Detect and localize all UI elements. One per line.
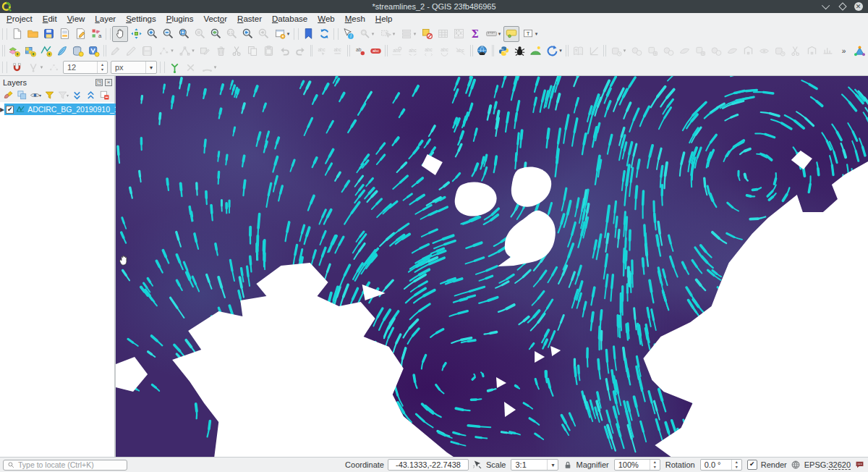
filter-legend-button[interactable] <box>43 88 56 101</box>
chevrons-icon: » <box>838 45 850 57</box>
maximize-button[interactable] <box>838 2 847 12</box>
menu-mesh[interactable]: Mesh <box>340 13 370 25</box>
gd4-icon <box>726 45 739 57</box>
text-annotation-button[interactable]: T▾ <box>519 26 540 42</box>
menu-web[interactable]: Web <box>312 13 339 25</box>
dropdown-caret-icon: ▾ <box>39 93 41 98</box>
add-delimited-text-layer-button[interactable] <box>54 43 70 59</box>
menu-database[interactable]: Database <box>267 13 312 25</box>
pan-map-button[interactable] <box>112 26 128 42</box>
zoom-next-button <box>255 26 271 42</box>
zoom-out-button[interactable] <box>160 26 176 42</box>
layer-row[interactable]: ▶ ✔ ADCIRC_BG_20190910_1t <box>0 104 114 115</box>
add-mesh-layer-button[interactable] <box>38 43 54 59</box>
dropdown-caret-icon: ▾ <box>192 48 195 54</box>
panel-close-icon[interactable]: × <box>105 79 112 86</box>
enable-tracing-button[interactable] <box>166 59 182 75</box>
measure-line-button[interactable]: ▾ <box>482 26 503 42</box>
pan-to-selection-button[interactable] <box>128 26 144 42</box>
metasearch-button[interactable] <box>475 43 490 59</box>
copy-icon <box>247 45 259 57</box>
locate-input[interactable]: Type to locate (Ctrl+K) <box>3 460 127 471</box>
menu-project[interactable]: Project <box>1 13 38 25</box>
report-issue-button[interactable] <box>511 43 527 59</box>
move-label-button: abc <box>421 43 437 59</box>
scale-combo[interactable]: 3:1▾ <box>511 459 558 471</box>
project-open-button[interactable] <box>25 26 41 42</box>
project-save-button[interactable] <box>41 26 56 42</box>
menu-raster[interactable]: Raster <box>232 13 267 25</box>
mouse-extent-icon[interactable] <box>472 460 482 470</box>
menu-edit[interactable]: Edit <box>38 13 62 25</box>
action-icon <box>359 28 371 40</box>
addvector-icon <box>8 45 20 57</box>
new-map-view-button[interactable]: ▾ <box>271 26 292 42</box>
processing-history-button[interactable]: ▾ <box>543 43 564 59</box>
project-new-button[interactable] <box>9 26 25 42</box>
menu-settings[interactable]: Settings <box>121 13 161 25</box>
open-layer-styling-button[interactable] <box>1 88 14 101</box>
lock-scale-icon[interactable] <box>563 460 572 470</box>
render-checkbox[interactable]: ✔ <box>747 460 757 470</box>
menu-layer[interactable]: Layer <box>90 13 121 25</box>
rotation-spinbox[interactable]: 0.0 ° ▴▾ <box>700 459 742 471</box>
crs-globe-icon[interactable] <box>791 460 801 470</box>
manage-map-themes-button[interactable]: ▾ <box>29 88 42 101</box>
add-vector-layer-button[interactable] <box>7 43 22 59</box>
new-print-layout-button[interactable] <box>56 26 72 42</box>
add-database-layer-button[interactable] <box>70 43 86 59</box>
menu-vector[interactable]: Vector <box>198 13 232 25</box>
processing-toolbox-button[interactable] <box>851 43 867 59</box>
undo-button <box>277 43 293 59</box>
show-sum-of-features-button[interactable]: Σ <box>467 26 482 42</box>
add-raster-layer-button[interactable] <box>22 43 38 59</box>
menu-help[interactable]: Help <box>370 13 398 25</box>
bluearrow-icon <box>546 45 558 57</box>
layer-labeling-options-button[interactable]: ab <box>352 43 367 59</box>
python-console-button[interactable] <box>495 43 511 59</box>
minimize-button[interactable] <box>822 2 831 12</box>
vgray-icon <box>27 62 40 74</box>
zoom-last-button[interactable] <box>239 26 255 42</box>
layer-diagram-options-button[interactable]: abc <box>367 43 383 59</box>
style-manager-button[interactable]: a <box>88 26 104 42</box>
identify-features-button[interactable]: i <box>340 26 356 42</box>
menu-view[interactable]: View <box>62 13 90 25</box>
snapping-units-combo[interactable]: px▾ <box>111 61 157 74</box>
save-layer-edits-button <box>140 43 156 59</box>
messages-icon[interactable] <box>854 460 865 470</box>
map-tips-button[interactable] <box>503 26 519 42</box>
refresh-icon <box>318 28 331 40</box>
snapping-tolerance-spinbox[interactable]: 12▴▾ <box>63 61 108 74</box>
add-group-button[interactable] <box>15 88 28 101</box>
movemap-icon <box>130 28 142 40</box>
show-bookmarks-button[interactable] <box>300 26 316 42</box>
map-canvas[interactable] <box>116 76 868 457</box>
menu-plugins[interactable]: Plugins <box>161 13 199 25</box>
remove-layer-button[interactable] <box>98 88 111 101</box>
magnifier-spinbox[interactable]: 100% ▴▾ <box>614 459 660 471</box>
collapse-all-button[interactable] <box>84 88 97 101</box>
zoom-in-button[interactable] <box>144 26 160 42</box>
crs-status[interactable]: EPSG:32620 <box>804 460 851 469</box>
select-by-value-button: ▾ <box>398 26 419 42</box>
close-button[interactable]: ✕ <box>854 2 863 12</box>
show-layout-manager-button[interactable] <box>72 26 88 42</box>
toolbox-icon <box>854 45 866 57</box>
add-virtual-layer-button[interactable] <box>86 43 102 59</box>
grass-tools-button[interactable] <box>527 43 543 59</box>
coordinate-input[interactable]: -43.1333,-22.7438 <box>388 459 469 471</box>
panel-float-icon[interactable]: ◳ <box>95 79 103 86</box>
svg-text:abc: abc <box>409 48 417 53</box>
expand-all-button[interactable] <box>70 88 83 101</box>
enable-snapping-button[interactable] <box>9 59 25 75</box>
deselect-all-button[interactable] <box>419 26 435 42</box>
refresh-map-button[interactable] <box>316 26 332 42</box>
stats-icon <box>453 28 465 40</box>
zoom-full-button[interactable] <box>176 26 192 42</box>
toolbar-overflow-button[interactable]: » <box>835 43 851 59</box>
toolbar-separator <box>333 28 339 40</box>
zoom-to-layer-button[interactable] <box>208 26 224 42</box>
digitizing-tool-10-button <box>756 43 772 59</box>
layer-visibility-checkbox[interactable]: ✔ <box>6 106 14 114</box>
